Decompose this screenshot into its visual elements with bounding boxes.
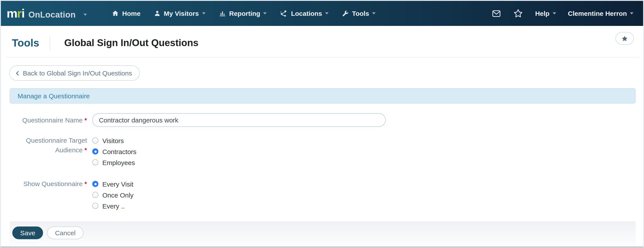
- chevron-down-icon: [263, 12, 267, 14]
- radio-option-visitors[interactable]: Visitors: [92, 136, 136, 145]
- nav-item-my-visitors[interactable]: My Visitors: [154, 10, 206, 17]
- app-window: mri OnLocation Home My Visitors Reportin…: [0, 0, 644, 248]
- messages-button[interactable]: [492, 8, 502, 18]
- star-icon: [513, 8, 524, 18]
- cancel-button[interactable]: Cancel: [47, 227, 83, 239]
- user-menu[interactable]: Clementine Herron: [568, 10, 634, 17]
- nav-item-label: Help: [535, 10, 550, 17]
- radio-option-contractors[interactable]: Contractors: [92, 147, 136, 156]
- bar-chart-icon: [218, 10, 226, 17]
- back-button-label: Back to Global Sign In/Out Questions: [23, 69, 132, 77]
- home-icon: [112, 10, 119, 17]
- user-icon: [154, 10, 161, 17]
- nav-item-reporting[interactable]: Reporting: [218, 10, 267, 17]
- radio-option-every-visit[interactable]: Every Visit: [92, 179, 134, 189]
- wrench-icon: [342, 10, 349, 17]
- star-filled-icon: [621, 35, 628, 42]
- user-name: Clementine Herron: [568, 10, 627, 17]
- show-questionnaire-label: Show Questionnaire*: [1, 179, 87, 189]
- nav-right-group: Help Clementine Herron: [492, 8, 634, 18]
- header-rule: [5, 57, 639, 57]
- required-asterisk: *: [84, 116, 87, 124]
- radio-button[interactable]: [92, 192, 98, 198]
- chevron-left-icon: [16, 70, 19, 76]
- nav-item-label: Locations: [291, 10, 322, 17]
- questionnaire-name-row: Questionnaire Name*: [1, 113, 643, 127]
- target-audience-row: Questionnaire Target Audience* Visitors …: [1, 136, 643, 167]
- form-footer: Save Cancel: [10, 221, 636, 245]
- header-divider: [50, 36, 50, 50]
- nav-item-tools[interactable]: Tools: [342, 10, 376, 17]
- radio-option-every-n[interactable]: Every ..: [92, 201, 134, 211]
- required-asterisk: *: [84, 146, 87, 154]
- favorites-button[interactable]: [513, 8, 524, 18]
- radio-button[interactable]: [92, 159, 98, 166]
- chevron-down-icon: [630, 12, 634, 14]
- network-icon: [280, 9, 288, 17]
- show-questionnaire-row: Show Questionnaire* Every Visit Once Onl…: [1, 179, 643, 211]
- panel-heading: Manage a Questionnaire: [10, 88, 636, 104]
- chevron-down-icon: [202, 12, 205, 14]
- radio-button[interactable]: [92, 181, 98, 187]
- chevron-down-icon: [84, 13, 87, 15]
- nav-item-help[interactable]: Help: [535, 10, 556, 17]
- chevron-down-icon: [372, 12, 376, 14]
- radio-button[interactable]: [92, 203, 98, 209]
- nav-item-label: Home: [122, 10, 140, 17]
- nav-item-locations[interactable]: Locations: [280, 9, 329, 17]
- nav-item-label: Tools: [352, 10, 369, 17]
- required-asterisk: *: [84, 180, 87, 187]
- nav-item-home[interactable]: Home: [112, 10, 140, 17]
- nav-left-group: mri OnLocation Home My Visitors Reportin…: [6, 7, 376, 20]
- page-title: Global Sign In/Out Questions: [64, 37, 198, 49]
- radio-option-once-only[interactable]: Once Only: [92, 190, 134, 200]
- envelope-icon: [492, 8, 502, 18]
- radio-button[interactable]: [92, 148, 98, 155]
- page-header: Tools Global Sign In/Out Questions: [12, 35, 634, 50]
- questionnaire-form: Questionnaire Name* Questionnaire Target…: [1, 113, 643, 211]
- chevron-down-icon: [325, 12, 329, 14]
- favorite-page-button[interactable]: [616, 32, 634, 45]
- radio-option-employees[interactable]: Employees: [92, 158, 136, 167]
- nav-item-label: My Visitors: [164, 10, 199, 17]
- section-title: Tools: [12, 37, 39, 49]
- target-audience-label: Questionnaire Target Audience*: [1, 136, 87, 155]
- chevron-down-icon: [553, 12, 556, 14]
- questionnaire-name-input[interactable]: [92, 113, 386, 127]
- product-switcher-caret[interactable]: [82, 7, 89, 20]
- save-button[interactable]: Save: [12, 227, 43, 239]
- product-name: OnLocation: [28, 10, 76, 19]
- radio-button[interactable]: [92, 137, 98, 144]
- back-button[interactable]: Back to Global Sign In/Out Questions: [9, 65, 140, 81]
- brand-logo[interactable]: mri OnLocation: [6, 7, 76, 19]
- questionnaire-name-label: Questionnaire Name*: [1, 116, 87, 124]
- mri-logo: mri: [6, 7, 24, 19]
- nav-item-label: Reporting: [229, 10, 260, 17]
- top-nav: mri OnLocation Home My Visitors Reportin…: [1, 1, 643, 26]
